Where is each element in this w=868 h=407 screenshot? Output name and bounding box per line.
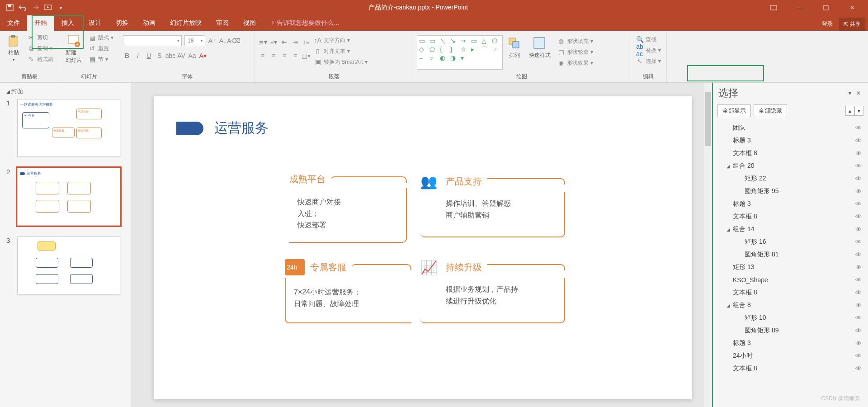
underline-button[interactable]: U <box>145 52 153 60</box>
selection-item[interactable]: ◢组合 8👁 <box>717 299 864 312</box>
visibility-icon[interactable]: 👁 <box>853 314 864 322</box>
selection-item[interactable]: 文本框 8👁 <box>717 210 864 223</box>
selection-item[interactable]: 标题 3👁 <box>717 134 864 147</box>
selection-item[interactable]: 24小时👁 <box>717 350 864 362</box>
visibility-icon[interactable]: 👁 <box>853 124 864 132</box>
new-slide-button[interactable]: + 新建 幻灯片 <box>63 33 85 65</box>
reset-button[interactable]: ↺重置 <box>86 43 115 53</box>
selection-item[interactable]: 圆角矩形 95👁 <box>717 185 864 198</box>
shape-outline-button[interactable]: ▢形状轮廓 ▾ <box>555 47 595 57</box>
bold-button[interactable]: B <box>123 52 131 60</box>
visibility-icon[interactable]: 👁 <box>853 150 864 157</box>
selection-item[interactable]: 矩形 22👁 <box>717 172 864 185</box>
tell-me[interactable]: ♀ 告诉我您想要做什么... <box>263 15 346 31</box>
selection-item[interactable]: 文本框 8👁 <box>717 147 864 160</box>
close-icon[interactable]: ✕ <box>844 1 860 14</box>
layout-button[interactable]: ▦版式 ▾ <box>86 33 115 43</box>
selection-item[interactable]: 矩形 13👁 <box>717 261 864 274</box>
indent-dec-button[interactable]: ⇤ <box>280 38 288 46</box>
visibility-icon[interactable]: 👁 <box>853 289 864 296</box>
share-button[interactable]: ⇱共享 <box>839 18 865 31</box>
visibility-icon[interactable]: 👁 <box>853 352 864 360</box>
section-button[interactable]: ▤节 ▾ <box>86 54 115 64</box>
qat-more-icon[interactable]: ▾ <box>56 3 65 12</box>
maximize-icon[interactable] <box>818 1 834 14</box>
clear-format-icon[interactable]: A⌫ <box>230 37 238 45</box>
strike-button[interactable]: abc <box>166 52 175 60</box>
visibility-icon[interactable]: 👁 <box>853 188 864 195</box>
tab-review[interactable]: 审阅 <box>209 15 236 31</box>
selection-item[interactable]: 文本框 8👁 <box>717 362 864 375</box>
move-up-button[interactable]: ▲ <box>845 106 854 116</box>
undo-icon[interactable] <box>18 3 27 12</box>
format-painter-button[interactable]: ✎格式刷 <box>25 54 55 64</box>
tab-file[interactable]: 文件 <box>0 15 27 31</box>
columns-button[interactable]: ▥▾ <box>302 52 310 60</box>
selection-item[interactable]: 标题 3👁 <box>717 198 864 210</box>
thumbnail-2[interactable]: 2 运营服务 <box>6 168 124 226</box>
thumbnail-1[interactable]: 1 一站式商务运营服务 xxxx平台 产品支持 专属客服 持续升级 <box>6 99 124 157</box>
selection-item[interactable]: ◢组合 14👁 <box>717 223 864 236</box>
hide-all-button[interactable]: 全部隐藏 <box>754 104 787 117</box>
select-button[interactable]: ↖选择 ▾ <box>634 56 663 66</box>
move-down-button[interactable]: ▼ <box>854 106 863 116</box>
pane-dropdown-icon[interactable]: ▼ <box>845 90 854 96</box>
selection-item[interactable]: KSO_Shape👁 <box>717 274 864 286</box>
tab-home[interactable]: 开始 <box>27 15 54 31</box>
shape-fill-button[interactable]: ◍形状填充 ▾ <box>555 36 595 46</box>
slideshow-icon[interactable] <box>43 3 52 12</box>
bullets-button[interactable]: ≣▾ <box>259 38 267 46</box>
justify-button[interactable]: ≡ <box>291 52 299 60</box>
slide-canvas[interactable]: 运营服务 成熟平台 快速商户对接 入驻； 快速部署 👥产品支持 操作培训、答疑解… <box>131 83 712 407</box>
font-color-button[interactable]: A▾ <box>199 52 207 60</box>
smartart-button[interactable]: ▣转换为 SmartArt ▾ <box>312 57 369 67</box>
visibility-icon[interactable]: 👁 <box>853 200 864 208</box>
tab-slideshow[interactable]: 幻灯片放映 <box>163 15 209 31</box>
numbering-button[interactable]: ≡▾ <box>269 38 278 46</box>
selection-item[interactable]: 标题 3👁 <box>717 337 864 350</box>
selection-item[interactable]: 矩形 10👁 <box>717 312 864 324</box>
visibility-icon[interactable]: 👁 <box>853 264 864 271</box>
thumbnail-3[interactable]: 3 <box>6 237 124 294</box>
selection-item[interactable]: 圆角矩形 81👁 <box>717 248 864 261</box>
scrollbar-thumb[interactable] <box>705 92 711 146</box>
redo-icon[interactable] <box>31 3 40 12</box>
italic-button[interactable]: I <box>134 52 142 60</box>
cut-button[interactable]: ✂剪切 <box>25 33 55 43</box>
selection-item[interactable]: ◢组合 20👁 <box>717 160 864 172</box>
pane-close-icon[interactable]: ✕ <box>854 90 863 96</box>
visibility-icon[interactable]: 👁 <box>853 276 864 284</box>
arrange-button[interactable]: 排列 <box>505 35 524 60</box>
change-case-button[interactable]: Aa <box>188 52 196 60</box>
ribbon-options-icon[interactable] <box>766 1 781 14</box>
visibility-icon[interactable]: 👁 <box>853 340 864 347</box>
selection-item[interactable]: 文本框 8👁 <box>717 286 864 299</box>
visibility-icon[interactable]: 👁 <box>853 213 864 220</box>
align-right-button[interactable]: ≡ <box>280 52 288 60</box>
align-left-button[interactable]: ≡ <box>259 52 267 60</box>
align-text-button[interactable]: ▯对齐文本 ▾ <box>312 46 369 56</box>
vertical-scrollbar[interactable] <box>704 83 712 407</box>
decrease-font-icon[interactable]: A↓ <box>219 37 227 45</box>
tab-transition[interactable]: 切换 <box>108 15 136 31</box>
selection-item[interactable]: 团队👁 <box>717 122 864 134</box>
replace-button[interactable]: abac替换 ▾ <box>634 45 663 55</box>
tab-insert[interactable]: 插入 <box>54 15 81 31</box>
shape-textbox-icon[interactable]: ▭ <box>419 38 426 44</box>
text-direction-button[interactable]: ↕A文字方向 ▾ <box>312 35 369 45</box>
line-spacing-button[interactable]: ↕≡ <box>302 38 310 46</box>
selection-item[interactable]: 矩形 16👁 <box>717 236 864 248</box>
shadow-button[interactable]: S <box>156 52 164 60</box>
show-all-button[interactable]: 全部显示 <box>717 104 751 117</box>
visibility-icon[interactable]: 👁 <box>853 162 864 170</box>
tab-animation[interactable]: 动画 <box>136 15 163 31</box>
visibility-icon[interactable]: 👁 <box>853 238 864 246</box>
copy-button[interactable]: ⧉复制 ▾ <box>25 43 55 53</box>
save-icon[interactable] <box>5 3 14 12</box>
section-header[interactable]: 封面 <box>6 87 124 95</box>
char-spacing-button[interactable]: AV <box>177 52 185 60</box>
indent-inc-button[interactable]: ⇥ <box>291 38 299 46</box>
visibility-icon[interactable]: 👁 <box>853 226 864 233</box>
minimize-icon[interactable]: — <box>792 1 807 14</box>
paste-button[interactable]: 粘贴▾ <box>4 33 24 63</box>
